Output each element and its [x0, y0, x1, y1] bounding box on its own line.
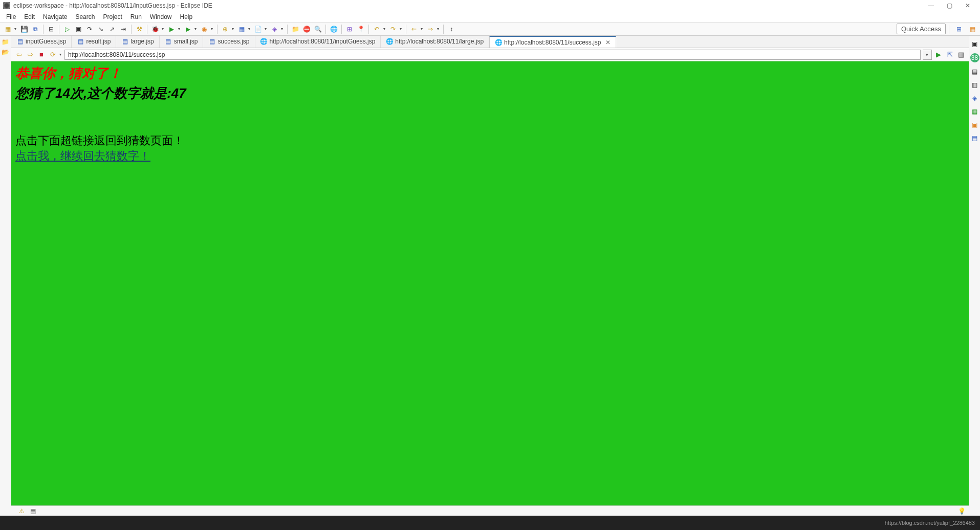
debug-icon[interactable]: ▷ — [62, 25, 72, 34]
refresh-icon[interactable]: ⟳ — [48, 50, 57, 59]
url-field[interactable]: http://localhost:8080/11/success.jsp — [64, 50, 921, 60]
collapse-icon[interactable]: ↕ — [447, 25, 456, 34]
globe-icon: 🌐 — [495, 39, 502, 46]
dropdown-icon[interactable]: ▾ — [178, 27, 180, 31]
step-into-icon[interactable]: ↘ — [96, 25, 105, 34]
editor-tab-bar: ▤ inputGuess.jsp ▤ result.jsp ▤ large.js… — [11, 36, 969, 48]
go-icon[interactable]: ▶ — [934, 50, 943, 59]
project-explorer-icon[interactable]: 📂 — [2, 48, 10, 56]
servers-icon[interactable]: ▦ — [971, 107, 979, 116]
menu-file[interactable]: File — [2, 11, 20, 22]
next-annotation-icon[interactable]: ↷ — [388, 25, 398, 34]
snippets-icon[interactable]: ◈ — [971, 94, 979, 102]
globe-icon[interactable]: 🌐 — [329, 25, 338, 34]
dropdown-icon[interactable]: ▾ — [437, 27, 439, 31]
menu-help[interactable]: Help — [176, 11, 197, 22]
dropdown-icon[interactable]: ▾ — [162, 27, 164, 31]
tab-success-jsp[interactable]: ▤ success.jsp — [203, 36, 255, 48]
tab-browser-success[interactable]: 🌐 http://localhost:8080/11/success.jsp ✕ — [489, 36, 616, 48]
search-icon[interactable]: 🔍 — [313, 25, 322, 34]
data-source-icon[interactable]: ▣ — [971, 121, 979, 129]
dropdown-icon[interactable]: ▾ — [265, 27, 267, 31]
maximize-button[interactable]: ▢ — [940, 0, 959, 11]
separator-icon — [443, 25, 444, 34]
continue-guess-link[interactable]: 点击我，继续回去猜数字！ — [15, 149, 150, 162]
dropdown-icon[interactable]: ▾ — [232, 27, 234, 31]
title-bar: eclipse-workspace - http://localhost:808… — [0, 0, 980, 11]
menu-search[interactable]: Search — [71, 11, 99, 22]
stop-icon[interactable]: ⛔ — [302, 25, 311, 34]
globe-icon: 🌐 — [260, 38, 268, 45]
status-bar: ⚠ ▤ 💡 — [11, 505, 969, 516]
toggle-mark-icon[interactable]: ⊞ — [345, 25, 354, 34]
back-icon[interactable]: ⇦ — [14, 50, 24, 59]
menu-run[interactable]: Run — [126, 11, 146, 22]
tab-label: inputGuess.jsp — [26, 38, 66, 45]
open-task-icon[interactable]: 📁 — [291, 25, 300, 34]
url-text: http://localhost:8080/11/success.jsp — [68, 51, 165, 58]
prev-annotation-icon[interactable]: ↶ — [372, 25, 381, 34]
step-over-icon[interactable]: ↷ — [85, 25, 94, 34]
debug-run-icon[interactable]: 🐞 — [150, 25, 160, 34]
dropdown-icon[interactable]: ▾ — [194, 27, 197, 31]
save-all-icon[interactable]: ⧉ — [31, 25, 40, 34]
step-out-icon[interactable]: ↗ — [107, 25, 117, 34]
skip-icon[interactable]: ▣ — [74, 25, 83, 34]
dropdown-icon[interactable]: ▾ — [281, 27, 283, 31]
tab-small-jsp[interactable]: ▤ small.jsp — [160, 36, 204, 48]
tab-browser-large[interactable]: 🌐 http://localhost:8080/11/large.jsp — [381, 36, 489, 48]
toggle-icon[interactable]: ⊟ — [47, 25, 56, 34]
dropdown-icon[interactable]: ▾ — [248, 27, 250, 31]
open-external-icon[interactable]: ⇱ — [945, 50, 954, 59]
restore-right-icon[interactable]: ▣ — [971, 40, 979, 48]
perspective-java-ee-icon[interactable]: ⊞ — [954, 25, 964, 34]
run-last-icon[interactable]: ▶ — [183, 25, 192, 34]
tip-icon[interactable]: 💡 — [957, 507, 966, 515]
new-server-icon[interactable]: ⊕ — [221, 25, 230, 34]
menu-window[interactable]: Window — [146, 11, 176, 22]
tab-result-jsp[interactable]: ▤ result.jsp — [72, 36, 116, 48]
task-list-icon[interactable]: ▥ — [971, 81, 979, 89]
coverage-icon[interactable]: ◉ — [200, 25, 209, 34]
pin-icon[interactable]: 📍 — [356, 25, 365, 34]
close-button[interactable]: ✕ — [959, 0, 977, 11]
close-tab-icon[interactable]: ✕ — [605, 39, 611, 46]
minimize-button[interactable]: — — [922, 0, 940, 11]
dropdown-icon[interactable]: ▾ — [400, 27, 402, 31]
dropdown-icon[interactable]: ▾ — [59, 52, 61, 57]
tab-label: http://localhost:8080/11/success.jsp — [504, 39, 601, 46]
back-history-icon[interactable]: ⇐ — [409, 25, 419, 34]
stop-loading-icon[interactable]: ■ — [37, 50, 46, 59]
new-icon[interactable]: ▦ — [3, 25, 12, 34]
run-icon[interactable]: ▶ — [167, 25, 176, 34]
url-dropdown-icon[interactable]: ▾ — [923, 50, 932, 60]
save-icon[interactable]: 💾 — [19, 25, 29, 34]
new-project-icon[interactable]: ▦ — [237, 25, 246, 34]
toggle-orientation-icon[interactable]: ▥ — [956, 50, 966, 59]
menu-project[interactable]: Project — [99, 11, 126, 22]
properties-icon[interactable]: ▤ — [971, 134, 979, 142]
menu-edit[interactable]: Edit — [20, 11, 39, 22]
dropdown-icon[interactable]: ▾ — [383, 27, 385, 31]
tab-browser-inputguess[interactable]: 🌐 http://localhost:8080/11/inputGuess.js… — [255, 36, 381, 48]
menu-navigate[interactable]: Navigate — [39, 11, 71, 22]
forward-icon[interactable]: ⇨ — [26, 50, 35, 59]
step-return-icon[interactable]: ⇥ — [119, 25, 128, 34]
outline-view-icon[interactable]: ▤ — [971, 68, 979, 76]
page-instruction: 点击下面超链接返回到猜数页面！ — [15, 133, 965, 148]
overview-icon[interactable]: ▤ — [29, 507, 37, 515]
restore-view-icon[interactable]: 📁 — [2, 38, 10, 46]
new-class-icon[interactable]: 📄 — [253, 25, 263, 34]
build-icon[interactable]: ⚒ — [135, 25, 144, 34]
open-type-icon[interactable]: ◈ — [270, 25, 279, 34]
quick-access[interactable]: Quick Access — [897, 24, 946, 34]
perspective-debug-icon[interactable]: ▦ — [968, 25, 977, 34]
tab-inputguess-jsp[interactable]: ▤ inputGuess.jsp — [11, 36, 72, 48]
problems-view-icon[interactable]: ⚠ — [17, 507, 26, 515]
coverage-badge-icon[interactable]: 38 — [970, 53, 979, 62]
dropdown-icon[interactable]: ▾ — [14, 27, 16, 31]
tab-large-jsp[interactable]: ▤ large.jsp — [116, 36, 159, 48]
forward-history-icon[interactable]: ⇒ — [426, 25, 435, 34]
dropdown-icon[interactable]: ▾ — [211, 27, 213, 31]
dropdown-icon[interactable]: ▾ — [421, 27, 423, 31]
